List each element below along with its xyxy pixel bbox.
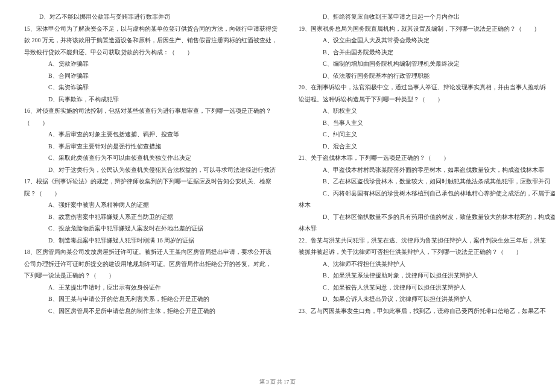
text-line: 16、对侦查所实施的司法控制，包括对某些侦查行为进行事后审查，下列哪一选项是正确…: [24, 105, 278, 117]
text-line: 15、宋体甲公司为了解决资金不足，以与虚构的某单位签订供货合同的方法，向银行申请…: [24, 23, 278, 35]
text-line: D、如果公诉人未提出异议，沈律师可以担任洪某辩护人: [299, 293, 555, 305]
text-line: C、因区房管局不是所申请信息的制作主体，拒绝公开是正确的: [24, 305, 278, 317]
text-line: C、投放危险物质案中犯罪嫌疑人案发时在外地出差的证据: [24, 223, 278, 235]
text-line: D、对于这类行为，公民认为侦查机关侵犯其合法权益的，可以寻求司法途径进行救济: [24, 164, 278, 176]
text-line: 18、区房管局向某公司发放房屋拆迁许可证。被拆迁人王某向区房管局提出申请，要求公…: [24, 246, 278, 258]
text-line: B、合并由国务院最终决定: [299, 46, 555, 58]
text-line: D、混合主义: [299, 141, 555, 153]
text-line: A、沈律师不得担任洪某辩护人: [299, 258, 555, 270]
text-line: （ ）: [24, 117, 278, 129]
text-line: 被抓并被起诉，关于沈律师可否担任洪某辩护人，下列哪一说法是正确的？（ ）: [299, 246, 555, 258]
text-line: A、强奸案中被害人系精神病人的证据: [24, 199, 278, 211]
text-line: B、如果洪某系法律援助对象，沈律师可以担任洪某辩护人: [299, 270, 555, 282]
text-line: 下列哪一说法是正确的？（ ）: [24, 270, 278, 282]
text-line: 19、国家税务总局为国务院直属机构，就其设置及编制，下列哪一说法是正确的？（ ）: [299, 23, 555, 35]
text-line: D、依法履行国务院基本的行政管理职能: [299, 70, 555, 82]
text-line: C、丙将邻县国有林区的珍贵树木移植到自己承包的林地精心养护使之成活的，不属于盗伐: [299, 188, 555, 200]
text-line: D、民事欺诈，不构成犯罪: [24, 93, 278, 106]
text-line: A、贷款诈骗罪: [24, 58, 278, 70]
right-column: D、拒绝答复应自收到王某申请之日起一个月内作出19、国家税务总局为国务院直属机构…: [299, 11, 555, 370]
text-line: 林木: [299, 199, 555, 211]
text-line: A、甲盗伐本村村民张某院落外面的零星树木，如果盗伐数量较大，构成盗伐林木罪: [299, 164, 555, 176]
text-line: A、事后审查的对象主要包括逮捕、羁押、搜查等: [24, 128, 278, 141]
text-line: A、职权主义: [299, 105, 555, 117]
text-line: C、如果被告人洪某同意，沈律师可以担任洪某辩护人: [299, 282, 555, 294]
text-line: 院？（ ）: [24, 188, 278, 200]
text-line: A、王某提出申请时，应出示有效身份证件: [24, 282, 278, 294]
text-line: D、对乙不能以挪用公款罪与受贿罪进行数罪并罚: [24, 11, 278, 23]
text-line: C、编制的增加由国务院机构编制管理机关最终决定: [299, 58, 555, 70]
text-line: C、纠问主义: [299, 128, 555, 141]
text-line: B、事后审查主要针对的是强行性侦查措施: [24, 141, 278, 153]
text-line: 公司办理拆迁许可证时所提交的建设用地规划许可证。区房管局作出拒绝公开的答复。对此…: [24, 258, 278, 270]
page-footer: 第 3 页 共 17 页: [0, 378, 555, 386]
text-line: 17、根据《刑事诉讼法》的规定，辩护律师收集到的下列哪一证据应及时告知公安机关、…: [24, 175, 278, 188]
text-line: 22、鲁某与洪某共同犯罪，洪某在逃。沈律师为鲁某担任辩护人，案件判决生效三年后，…: [299, 235, 555, 247]
text-line: B、当事人主义: [299, 117, 555, 129]
text-line: A、设立由全国人大及其常委会最终决定: [299, 34, 555, 46]
text-line: 导致银行贷款不能归还。甲公司获取贷款的行为构成：（ ）: [24, 46, 278, 58]
text-line: 21、关于盗伐林木罪，下列哪一选项是正确的？（ ）: [299, 152, 555, 164]
text-line: 20、在刑事诉讼中，法官消极中立，通过当事人举证、辩论发现事实真相，并由当事人推…: [299, 81, 555, 93]
text-line: C、集资诈骗罪: [24, 81, 278, 93]
text-line: B、因王某与申请公开的信息无利害关系，拒绝公开是正确的: [24, 293, 278, 305]
left-column: D、对乙不能以挪用公款罪与受贿罪进行数罪并罚15、宋体甲公司为了解决资金不足，以…: [24, 11, 278, 370]
text-line: 林木罪: [299, 223, 555, 235]
text-line: D、拒绝答复应自收到王某申请之日起一个月内作出: [299, 11, 555, 23]
text-line: 款 200 万元，并将该款用于购置造酒设备和原料，后因生产、销售假冒注册商标的红…: [24, 34, 278, 46]
text-line: 讼进程。这种诉讼构造属于下列哪一种类型？（ ）: [299, 93, 555, 106]
page-container: D、对乙不能以挪用公款罪与受贿罪进行数罪并罚15、宋体甲公司为了解决资金不足，以…: [24, 11, 531, 370]
text-line: B、乙在林区盗伐珍贵林木，数量较大，如同时触犯其他法条成其他犯罪，应数罪并罚: [299, 175, 555, 188]
text-line: B、故意伤害案中犯罪嫌疑人系正当防卫的证据: [24, 211, 278, 223]
text-line: D、制造毒品案中犯罪嫌疑人犯罪时刚满 16 周岁的证据: [24, 235, 278, 247]
text-line: C、采取此类侦查行为不可以由侦查机关独立作出决定: [24, 152, 278, 164]
text-line: B、合同诈骗罪: [24, 70, 278, 82]
text-line: D、丁在林区偷扒数量不多的具有药用价值的树皮，致使数量较大的林木枯死的，构成盗伐: [299, 211, 555, 223]
text-line: 23、乙与丙因某事发生口角，甲知此事后，找到乙，谎称自己受丙所托带口信给乙，如果…: [299, 305, 555, 317]
